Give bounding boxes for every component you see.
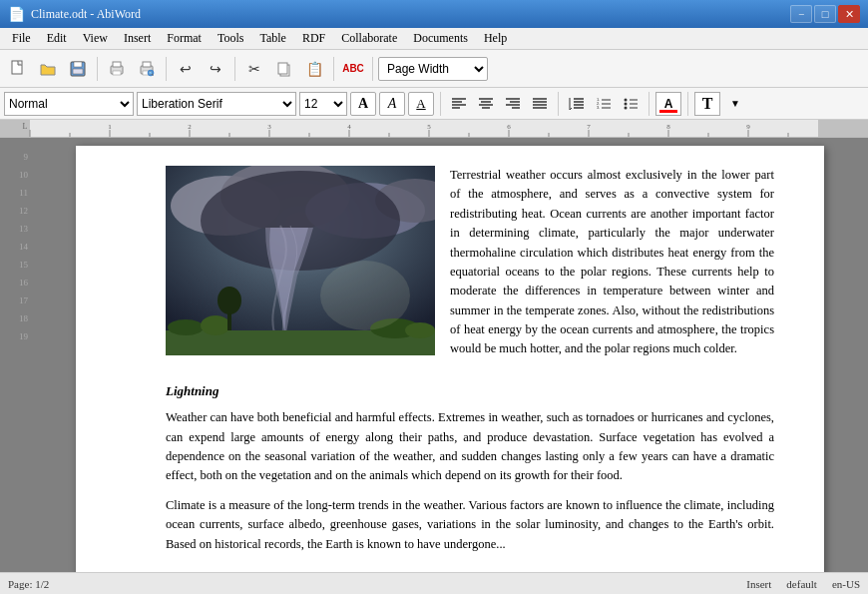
paste-button[interactable]: 📋 [300, 55, 328, 83]
svg-point-87 [201, 315, 230, 335]
menu-file[interactable]: File [4, 29, 39, 48]
menu-documents[interactable]: Documents [405, 29, 476, 48]
insert-mode: Insert [746, 578, 771, 590]
numbering-button[interactable]: 1.2.3. [592, 93, 616, 115]
underline-button[interactable]: A [408, 92, 434, 116]
menu-tools[interactable]: Tools [210, 29, 252, 48]
separator-4 [333, 57, 334, 81]
svg-point-44 [625, 106, 628, 109]
font-select[interactable]: Liberation Serif Times New Roman Arial [137, 92, 296, 116]
main-area: 9 10 11 12 13 14 15 16 17 18 19 [0, 138, 868, 572]
svg-rect-13 [278, 63, 287, 74]
menu-edit[interactable]: Edit [39, 29, 75, 48]
line-16: 16 [0, 274, 28, 292]
open-button[interactable] [34, 55, 62, 83]
text-style-button[interactable]: T [694, 92, 720, 116]
italic-button[interactable]: A [379, 92, 405, 116]
align-justify-button[interactable] [528, 93, 552, 115]
style-select[interactable]: Normal Heading 1 Heading 2 [4, 92, 134, 116]
menu-table[interactable]: Table [251, 29, 293, 48]
separator-5 [372, 57, 373, 81]
status-bar: Page: 1/2 Insert default en-US [0, 572, 868, 594]
spell-check-button[interactable]: ABC [339, 55, 367, 83]
locale: en-US [832, 578, 860, 590]
separator-6 [440, 92, 441, 116]
svg-text:5: 5 [427, 123, 431, 131]
menu-format[interactable]: Format [159, 29, 210, 48]
paragraph-2: Weather can have both beneficial and har… [166, 408, 774, 486]
text-style-dropdown[interactable]: ▼ [723, 93, 747, 115]
line-spacing-button[interactable] [565, 93, 589, 115]
svg-text:8: 8 [666, 123, 670, 131]
line-10: 10 [0, 166, 28, 184]
line-19: 19 [0, 327, 28, 345]
maximize-button[interactable]: □ [814, 5, 836, 23]
svg-rect-8 [143, 62, 151, 67]
font-color-button[interactable]: A [655, 92, 681, 116]
zoom-select[interactable]: Page Width 100% 75% 150% [378, 57, 488, 81]
tornado-image [166, 166, 435, 355]
svg-rect-2 [74, 62, 82, 67]
svg-text:9: 9 [746, 123, 750, 131]
menu-help[interactable]: Help [476, 29, 515, 48]
paragraph-1: Terrestrial weather occurs almost exclus… [450, 166, 774, 359]
redo-button[interactable]: ↪ [202, 55, 229, 83]
svg-rect-6 [113, 71, 121, 75]
lightning-heading: Lightning [166, 381, 774, 401]
new-button[interactable] [4, 55, 32, 83]
separator-2 [166, 57, 167, 81]
bullets-button[interactable] [619, 93, 643, 115]
separator-8 [649, 92, 650, 116]
svg-rect-5 [113, 62, 121, 67]
svg-rect-0 [12, 61, 22, 74]
undo-button[interactable]: ↩ [172, 55, 200, 83]
app-icon: 📄 [8, 6, 25, 23]
svg-point-40 [625, 98, 628, 101]
align-center-button[interactable] [474, 93, 498, 115]
close-button[interactable]: ✕ [838, 5, 860, 23]
svg-text:6: 6 [507, 123, 511, 131]
svg-text:3: 3 [267, 123, 271, 131]
svg-rect-47 [818, 120, 868, 138]
svg-text:3.: 3. [597, 105, 600, 110]
svg-point-92 [320, 261, 410, 330]
first-text-block[interactable]: Terrestrial weather occurs almost exclus… [450, 166, 774, 369]
image-text-section: Terrestrial weather occurs almost exclus… [166, 166, 774, 369]
svg-point-42 [625, 102, 628, 105]
document-page: Terrestrial weather occurs almost exclus… [76, 146, 824, 572]
paragraph-3: Climate is a measure of the long-term tr… [166, 496, 774, 554]
svg-text:2: 2 [188, 123, 192, 131]
separator-9 [687, 92, 688, 116]
line-9: 9 [0, 148, 28, 166]
svg-point-86 [168, 319, 204, 335]
svg-text:L: L [23, 122, 28, 131]
minimize-button[interactable]: − [790, 5, 812, 23]
copy-button[interactable] [270, 55, 298, 83]
menu-insert[interactable]: Insert [116, 29, 159, 48]
svg-text:1: 1 [108, 123, 112, 131]
separator-1 [97, 57, 98, 81]
separator-7 [558, 92, 559, 116]
size-select[interactable]: 12 10 14 16 [299, 92, 347, 116]
save-button[interactable] [64, 55, 92, 83]
line-17: 17 [0, 292, 28, 309]
window-title: Climate.odt - AbiWord [31, 7, 788, 22]
line-14: 14 [0, 238, 28, 256]
svg-text:7: 7 [587, 123, 591, 131]
print-button[interactable] [103, 55, 131, 83]
align-left-button[interactable] [447, 93, 471, 115]
print-preview-button[interactable]: 🔍 [133, 55, 161, 83]
title-bar: 📄 Climate.odt - AbiWord − □ ✕ [0, 0, 868, 28]
svg-text:🔍: 🔍 [149, 71, 154, 76]
bold-button[interactable]: A [350, 92, 376, 116]
formatting-toolbar: Normal Heading 1 Heading 2 Liberation Se… [0, 88, 868, 120]
document-area[interactable]: Terrestrial weather occurs almost exclus… [32, 138, 868, 572]
menu-collaborate[interactable]: Collaborate [333, 29, 405, 48]
menu-view[interactable]: View [75, 29, 116, 48]
line-15: 15 [0, 256, 28, 274]
align-right-button[interactable] [501, 93, 525, 115]
svg-text:4: 4 [347, 123, 351, 131]
line-12: 12 [0, 202, 28, 220]
menu-rdf[interactable]: RDF [294, 29, 333, 48]
cut-button[interactable]: ✂ [240, 55, 268, 83]
